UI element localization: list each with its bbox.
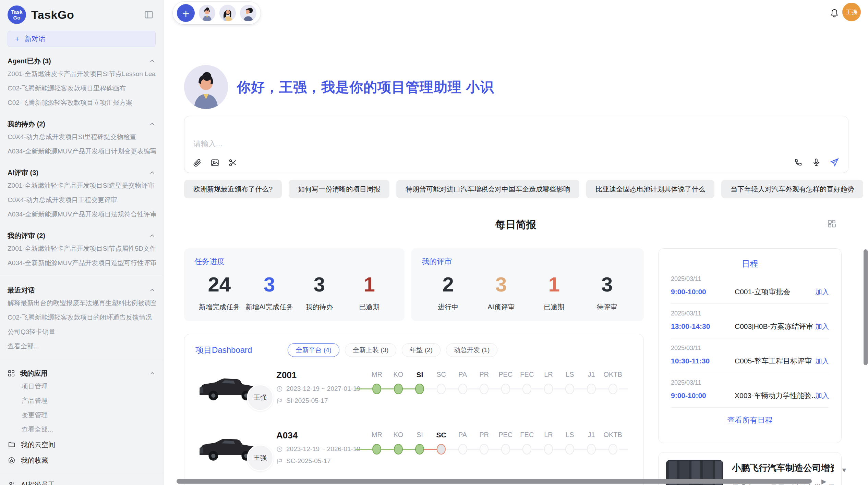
schedule-date: 2025/03/11 [671,345,829,352]
sidebar-item[interactable]: Z001-全新燃油轻卡产品开发项目SI造型提交物评审 [8,178,156,193]
sidebar-item-cloud-space[interactable]: 我的云空间 [8,437,156,452]
suggestion-chip[interactable]: 比亚迪全固态电池计划具体说了什么 [586,180,714,198]
schedule-item: 2025/03/11 9:00-10:00 X003-车辆动力学性能验... 加… [671,373,829,408]
phone-icon[interactable] [794,158,803,167]
project-dashboard-card: 项目Dashboard 全新平台 (4) 全新上装 (3) 年型 (2) 动总开… [184,334,644,485]
assistant-avatar-2[interactable] [219,5,236,21]
app-item-project-mgmt[interactable]: 项目管理 [8,379,156,394]
sidebar-item[interactable]: C02-飞腾新能源轻客改款项目里程碑画布 [8,81,156,96]
app-item-change-mgmt[interactable]: 变更管理 [8,408,156,422]
filter-new-platform[interactable]: 全新平台 (4) [288,343,339,357]
section-header-ai-review[interactable]: AI评审 (3) [8,167,156,178]
scroll-down-arrow-icon[interactable]: ▼ [841,467,847,474]
apps-view-all[interactable]: 查看全部... [8,422,156,437]
paperclip-icon[interactable] [193,158,202,167]
add-assistant-button[interactable]: ＋ [177,4,195,22]
greeting-text: 你好，王强，我是你的项目管理助理 小识 [237,78,494,97]
briefing-layout-icon[interactable] [827,219,836,228]
recent-chat-item[interactable]: 公司Q3轻卡销量 [8,325,156,339]
suggestion-chip[interactable]: 当下年轻人对汽车外观有怎样的喜好趋势 [721,180,863,198]
scroll-right-arrow-icon[interactable]: ▶ [821,477,827,485]
join-button[interactable]: 加入 [815,322,829,331]
milestone-fec: FEC [516,431,538,455]
milestone-dot [458,444,467,455]
user-avatar[interactable]: 王强 [842,3,861,21]
project-dates: 2023-12-19 ~ 2027-01-19 [286,385,360,393]
section-header-my-apps[interactable]: 我的应用 [8,368,156,379]
suggestion-chip[interactable]: 欧洲新规最近颁布了什么? [184,180,282,198]
project-thumbnail: 王强 [195,430,276,465]
sidebar-item[interactable]: A034-全新新能源MUV产品开发项目法规符合性评审 [8,207,156,222]
sidebar-item[interactable]: Z001-全新燃油皮卡产品开发项目SI节点Lesson Learn报告 [8,67,156,81]
stat-label: 我的待办 [294,302,345,312]
vertical-scrollbar[interactable] [864,249,868,365]
milestone-dot [565,384,574,394]
filter-year-model[interactable]: 年型 (2) [402,343,441,357]
join-button[interactable]: 加入 [815,357,829,366]
send-icon[interactable] [830,158,839,167]
project-owner-badge: 王强 [247,445,274,471]
stat-in-progress: 2 进行中 [422,272,475,312]
assistant-avatar-1[interactable] [199,5,215,21]
sidebar-item[interactable]: Z001-全新燃油轻卡产品开发项目SI节点属性5D文件评审 [8,241,156,256]
mic-icon[interactable] [812,158,821,167]
recent-chats-view-all[interactable]: 查看全部... [8,339,156,353]
clock-icon [276,446,283,452]
schedule-time: 9:00-10:00 [671,391,725,400]
filter-new-body[interactable]: 全新上装 (3) [345,343,397,357]
sidebar-item[interactable]: A034-全新新能源MUV产品开发项目计划变更表编写 [8,144,156,159]
join-button[interactable]: 加入 [815,391,829,400]
project-name: Z001 [276,370,366,381]
schedule-item: 2025/03/11 9:00-10:00 C001-立项审批会 加入 [671,269,829,304]
sidebar-item-ai-employee[interactable]: AI超级员工 [8,477,156,485]
milestone-dot [415,444,424,455]
section-header-my-todo[interactable]: 我的待办 (2) [8,118,156,130]
suggestion-chip[interactable]: 特朗普可能对进口汽车增税会对中国车企造成哪些影响 [396,180,579,198]
divider [0,276,163,276]
section-label: AI评审 (3) [8,168,38,177]
filter-powertrain[interactable]: 动总开发 (1) [446,343,498,357]
milestone-sc: SC [431,431,452,455]
image-icon[interactable] [210,158,219,167]
sidebar-item[interactable]: C02-飞腾新能源轻客改款项目立项汇报方案 [8,96,156,110]
sidebar-item[interactable]: C0X4-动力总成开发项目工程变更评审 [8,193,156,207]
milestone-label: MR [366,371,388,380]
chat-input[interactable]: 请输入... [193,139,222,149]
project-row[interactable]: 王强 A034 2023-12-19 ~ 2026-01-19 SC-2025-… [195,430,632,481]
horizontal-scrollbar[interactable] [177,479,812,484]
suggestion-chip[interactable]: 如何写一份清晰的项目周报 [289,180,389,198]
milestone-dot [587,444,596,455]
chat-composer[interactable]: 请输入... [184,116,848,173]
chevron-up-icon [149,287,156,294]
stat-my-todo: 3 我的待办 [294,272,345,312]
sidebar-item[interactable]: A034-全新新能源MUV产品开发项目造型可行性评审 [8,256,156,270]
project-info: A034 2023-12-19 ~ 2026-01-19 SC-2025-05-… [276,430,366,465]
section-header-agent-done[interactable]: Agent已办 (3) [8,55,156,67]
new-chat-button[interactable]: ＋ 新对话 [8,31,156,47]
clock-icon [276,386,283,392]
stat-value: 3 [294,272,345,298]
milestone-label: LS [559,371,581,380]
assistant-avatar-3[interactable] [240,5,256,21]
milestone-label: LR [538,431,559,440]
milestone-label: PEC [495,431,516,440]
section-header-my-review[interactable]: 我的评审 (2) [8,230,156,241]
sidebar-item[interactable]: C0X4-动力总成开发项目SI里程碑提交物检查 [8,130,156,144]
milestone-dot [480,444,489,455]
milestone-label: PEC [495,371,516,380]
schedule-event-title: C005-整车工程目标评审 [735,356,815,366]
recent-chat-item[interactable]: C02-飞腾新能源轻客改款项目的闭环通告反馈情况 [8,310,156,325]
sidebar-collapse-icon[interactable] [143,9,154,20]
join-button[interactable]: 加入 [815,287,829,297]
view-all-schedule-link[interactable]: 查看所有日程 [671,415,829,425]
milestone-label: OKTB [602,431,624,440]
news-title: 小鹏飞行汽车制造公司增资 [732,462,834,474]
schedule-card: 日程 2025/03/11 9:00-10:00 C001-立项审批会 加入 2… [658,248,842,443]
app-item-product-mgmt[interactable]: 产品管理 [8,394,156,408]
recent-chat-item[interactable]: 解释最新出台的欧盟报废车法规再生塑料比例被调至15%... [8,296,156,310]
project-row[interactable]: 王强 Z001 2023-12-19 ~ 2027-01-19 SI-2025-… [195,369,632,421]
section-header-recent-chats[interactable]: 最近对话 [8,284,156,296]
notification-bell-icon[interactable] [829,8,840,18]
sidebar-item-favorites[interactable]: 我的收藏 [8,452,156,468]
scissors-icon[interactable] [228,158,237,167]
